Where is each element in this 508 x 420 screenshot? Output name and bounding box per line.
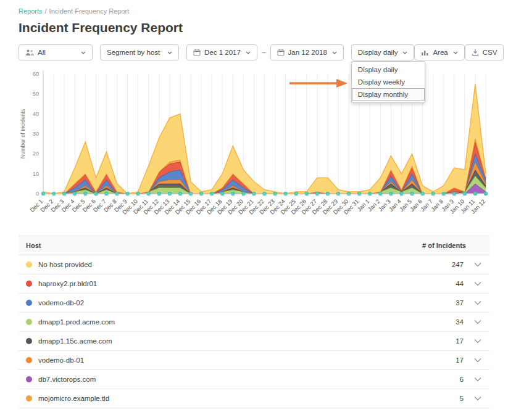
chevron-down-icon — [453, 51, 458, 54]
breadcrumb-current: Incident Frequency Report — [49, 7, 130, 15]
host-incident-count: 247 — [430, 261, 464, 268]
host-color-dot — [26, 319, 32, 325]
calendar-icon — [193, 49, 201, 56]
host-color-dot — [26, 281, 32, 287]
download-icon — [472, 49, 479, 56]
display-interval-dropdown[interactable]: Display daily — [351, 44, 415, 60]
host-color-dot — [26, 300, 32, 306]
host-table-body: No host provided 247 haproxy2.pr.bldr01 … — [19, 255, 489, 408]
host-incident-count: 34 — [430, 318, 464, 326]
svg-text:40: 40 — [33, 111, 39, 117]
svg-text:50: 50 — [33, 91, 39, 97]
host-name: haproxy2.pr.bldr01 — [38, 280, 430, 287]
expand-row-chevron-icon[interactable] — [473, 319, 482, 324]
host-column-header: Host — [26, 242, 422, 249]
display-menu-item-display-weekly[interactable]: Display weekly — [352, 76, 425, 88]
chevron-down-icon — [246, 51, 251, 54]
expand-row-chevron-icon[interactable] — [473, 281, 482, 286]
chevron-down-icon — [81, 51, 86, 54]
display-interval-label: Display daily — [358, 49, 398, 56]
end-date-label: Jan 12 2018 — [288, 49, 327, 56]
chart-type-icon — [421, 49, 429, 56]
incidents-column-header: # of Incidents — [422, 242, 466, 249]
csv-export-button[interactable]: CSV — [465, 44, 504, 60]
expand-row-chevron-icon[interactable] — [473, 339, 482, 344]
host-color-dot — [26, 357, 32, 363]
host-name: dmapp1.prod.acme.com — [38, 318, 430, 326]
start-date-label: Dec 1 2017 — [204, 49, 241, 56]
host-table-row[interactable]: dmapp1.prod.acme.com 34 — [19, 313, 489, 332]
expand-row-chevron-icon[interactable] — [473, 358, 482, 363]
chevron-down-icon — [332, 51, 337, 54]
incident-frequency-report-page: Reports/Incident Frequency Report Incide… — [0, 0, 508, 420]
segment-by-dropdown[interactable]: Segment by host — [100, 44, 179, 60]
host-table-row[interactable]: mojomicro.example.tld 5 — [19, 389, 489, 408]
start-date-picker[interactable]: Dec 1 2017 — [186, 44, 257, 60]
host-table-row[interactable]: haproxy2.pr.bldr01 44 — [19, 274, 489, 294]
host-incident-count: 6 — [430, 376, 464, 383]
expand-row-chevron-icon[interactable] — [473, 396, 482, 401]
chevron-down-icon — [402, 51, 407, 54]
end-date-picker[interactable]: Jan 12 2018 — [270, 44, 344, 60]
chart-type-dropdown[interactable]: Area — [414, 44, 464, 60]
display-dropdown-menu: Display dailyDisplay weeklyDisplay month… — [351, 61, 425, 103]
page-title: Incident Frequency Report — [19, 20, 489, 35]
host-incident-count: 17 — [430, 337, 464, 345]
team-filter-dropdown[interactable]: All — [19, 44, 93, 60]
team-filter-label: All — [38, 49, 46, 56]
host-color-dot — [26, 395, 32, 401]
expand-row-chevron-icon[interactable] — [473, 300, 482, 305]
svg-text:60: 60 — [33, 71, 39, 77]
display-dropdown-wrap: Display daily Display dailyDisplay weekl… — [351, 44, 415, 60]
breadcrumb-separator: / — [45, 7, 47, 15]
svg-text:10: 10 — [33, 171, 39, 177]
host-incident-count: 44 — [430, 280, 464, 287]
toolbar: All Segment by host Dec 1 2017 – — [19, 44, 489, 60]
calendar-icon — [277, 49, 285, 56]
breadcrumb: Reports/Incident Frequency Report — [19, 7, 489, 15]
host-table-row[interactable]: vodemo-db-01 17 — [19, 351, 489, 370]
host-name: No host provided — [38, 261, 430, 268]
date-range-separator: – — [262, 48, 266, 57]
svg-text:20: 20 — [33, 150, 39, 157]
host-incident-count: 37 — [430, 299, 464, 307]
host-incident-count: 5 — [430, 395, 464, 402]
svg-text:0: 0 — [36, 191, 39, 197]
host-name: vodemo-db-01 — [38, 356, 430, 364]
breadcrumb-reports-link[interactable]: Reports — [19, 7, 43, 15]
svg-text:Number of Incidents: Number of Incidents — [20, 109, 26, 159]
host-incident-count: 17 — [430, 356, 464, 364]
host-name: mojomicro.example.tld — [38, 395, 430, 402]
host-name: dmapp1.15c.acme.com — [38, 337, 430, 345]
host-table-row[interactable]: db7.victorops.com 6 — [19, 370, 489, 389]
host-color-dot — [26, 261, 32, 268]
svg-text:30: 30 — [33, 131, 39, 137]
host-name: db7.victorops.com — [38, 376, 430, 383]
host-table-row[interactable]: No host provided 247 — [19, 255, 489, 274]
expand-row-chevron-icon[interactable] — [473, 377, 482, 382]
csv-label: CSV — [483, 49, 498, 56]
chart-type-label: Area — [433, 49, 448, 56]
chevron-down-icon — [167, 51, 172, 54]
host-table-row[interactable]: vodemo-db-02 37 — [19, 294, 489, 313]
expand-row-chevron-icon[interactable] — [473, 262, 482, 267]
host-table: Host # of Incidents No host provided 247… — [19, 236, 489, 408]
teams-icon — [25, 49, 34, 56]
host-table-header: Host # of Incidents — [19, 236, 489, 255]
host-color-dot — [26, 376, 32, 382]
host-name: vodemo-db-02 — [38, 299, 430, 307]
host-color-dot — [26, 338, 32, 344]
host-table-row[interactable]: dmapp1.15c.acme.com 17 — [19, 332, 489, 351]
display-menu-item-display-daily[interactable]: Display daily — [352, 64, 425, 76]
segment-label: Segment by host — [107, 49, 160, 56]
display-menu-item-display-monthly[interactable]: Display monthly — [352, 88, 425, 101]
